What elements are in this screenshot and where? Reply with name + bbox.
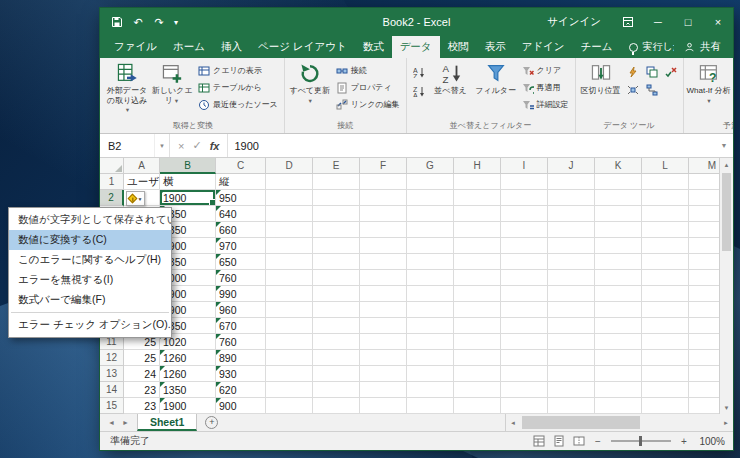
scroll-up-button[interactable]: ▲ bbox=[720, 158, 733, 171]
tab-add-ins[interactable]: アドイン bbox=[514, 36, 573, 58]
cell-K4[interactable] bbox=[595, 222, 642, 238]
scroll-left-button[interactable]: ◄ bbox=[506, 414, 520, 431]
row-header-13[interactable]: 13 bbox=[100, 366, 124, 382]
cell-G9[interactable] bbox=[407, 302, 454, 318]
tab-file[interactable]: ファイル bbox=[106, 36, 165, 58]
scroll-right-button[interactable]: ► bbox=[719, 414, 733, 431]
cell-H5[interactable] bbox=[454, 238, 501, 254]
select-all-corner[interactable] bbox=[100, 158, 124, 174]
cell-I9[interactable] bbox=[501, 302, 548, 318]
connections-button[interactable]: 接続 bbox=[333, 62, 403, 79]
cell-A15[interactable]: 23 bbox=[124, 398, 160, 414]
consolidate-button[interactable] bbox=[624, 81, 642, 98]
row-header-12[interactable]: 12 bbox=[100, 350, 124, 366]
vertical-scroll-track[interactable] bbox=[720, 171, 733, 401]
cell-E15[interactable] bbox=[313, 398, 360, 414]
cell-C11[interactable]: 760 bbox=[216, 334, 266, 350]
cell-F11[interactable] bbox=[360, 334, 407, 350]
cell-B2[interactable]: 1900 bbox=[160, 190, 216, 206]
name-box-dropdown-icon[interactable]: ▼ bbox=[154, 134, 169, 157]
cell-K10[interactable] bbox=[595, 318, 642, 334]
cell-B14[interactable]: 1350 bbox=[160, 382, 216, 398]
cell-E1[interactable] bbox=[313, 174, 360, 190]
cell-D14[interactable] bbox=[266, 382, 313, 398]
cell-F2[interactable] bbox=[360, 190, 407, 206]
cell-I3[interactable] bbox=[501, 206, 548, 222]
from-table-button[interactable]: テーブルから bbox=[195, 79, 281, 96]
tab-insert[interactable]: 挿入 bbox=[213, 36, 250, 58]
cell-L11[interactable] bbox=[642, 334, 689, 350]
column-header-M[interactable]: M bbox=[689, 158, 719, 174]
cell-G7[interactable] bbox=[407, 270, 454, 286]
cell-E13[interactable] bbox=[313, 366, 360, 382]
cell-E9[interactable] bbox=[313, 302, 360, 318]
cell-H1[interactable] bbox=[454, 174, 501, 190]
scroll-down-button[interactable]: ▼ bbox=[720, 401, 733, 414]
show-queries-button[interactable]: クエリの表示 bbox=[195, 62, 281, 79]
previous-sheet-button[interactable]: ◄ bbox=[108, 419, 115, 426]
vertical-scroll-thumb[interactable] bbox=[722, 173, 731, 251]
cell-E14[interactable] bbox=[313, 382, 360, 398]
save-button[interactable] bbox=[108, 13, 126, 31]
cell-C13[interactable]: 930 bbox=[216, 366, 266, 382]
sign-in-button[interactable]: サインイン bbox=[535, 8, 613, 36]
cell-C10[interactable]: 670 bbox=[216, 318, 266, 334]
cell-J3[interactable] bbox=[548, 206, 595, 222]
cell-M7[interactable] bbox=[689, 270, 719, 286]
redo-button[interactable]: ↷ bbox=[150, 13, 168, 31]
column-header-F[interactable]: F bbox=[360, 158, 407, 174]
sort-button[interactable]: AZ並べ替え bbox=[429, 60, 473, 119]
cell-J10[interactable] bbox=[548, 318, 595, 334]
properties-button[interactable]: プロパティ bbox=[333, 79, 403, 96]
cell-D4[interactable] bbox=[266, 222, 313, 238]
cell-G2[interactable] bbox=[407, 190, 454, 206]
cell-E11[interactable] bbox=[313, 334, 360, 350]
expand-formula-bar-button[interactable]: ▼ bbox=[715, 134, 733, 157]
row-header-15[interactable]: 15 bbox=[100, 398, 124, 414]
cell-F4[interactable] bbox=[360, 222, 407, 238]
cell-E8[interactable] bbox=[313, 286, 360, 302]
cell-I15[interactable] bbox=[501, 398, 548, 414]
cell-G15[interactable] bbox=[407, 398, 454, 414]
clear-button[interactable]: クリア bbox=[519, 62, 572, 79]
reapply-button[interactable]: 再適用 bbox=[519, 79, 572, 96]
cell-E6[interactable] bbox=[313, 254, 360, 270]
cell-J2[interactable] bbox=[548, 190, 595, 206]
text-to-columns-button[interactable]: 区切り位置 bbox=[579, 60, 623, 119]
cell-L6[interactable] bbox=[642, 254, 689, 270]
cell-H13[interactable] bbox=[454, 366, 501, 382]
cell-M8[interactable] bbox=[689, 286, 719, 302]
error-menu-item-2[interactable]: エラーを無視する(I) bbox=[9, 270, 171, 290]
share-button[interactable]: 共有 bbox=[674, 36, 733, 58]
relationships-button[interactable] bbox=[643, 81, 661, 98]
cell-M12[interactable] bbox=[689, 350, 719, 366]
cell-L3[interactable] bbox=[642, 206, 689, 222]
cell-F1[interactable] bbox=[360, 174, 407, 190]
cell-D12[interactable] bbox=[266, 350, 313, 366]
cell-C5[interactable]: 970 bbox=[216, 238, 266, 254]
cell-C8[interactable]: 990 bbox=[216, 286, 266, 302]
error-options-button[interactable]: ▼ bbox=[126, 191, 145, 206]
cell-F10[interactable] bbox=[360, 318, 407, 334]
cell-E4[interactable] bbox=[313, 222, 360, 238]
cell-D10[interactable] bbox=[266, 318, 313, 334]
cell-M6[interactable] bbox=[689, 254, 719, 270]
cell-H11[interactable] bbox=[454, 334, 501, 350]
cell-K14[interactable] bbox=[595, 382, 642, 398]
new-query-button[interactable]: 新しいクエリ▼ bbox=[150, 60, 194, 119]
cell-F14[interactable] bbox=[360, 382, 407, 398]
cell-B13[interactable]: 1260 bbox=[160, 366, 216, 382]
cell-G6[interactable] bbox=[407, 254, 454, 270]
cell-H12[interactable] bbox=[454, 350, 501, 366]
cell-A12[interactable]: 25 bbox=[124, 350, 160, 366]
cell-C14[interactable]: 620 bbox=[216, 382, 266, 398]
vertical-scrollbar[interactable]: ▲ ▼ bbox=[719, 158, 733, 414]
cell-E7[interactable] bbox=[313, 270, 360, 286]
column-header-D[interactable]: D bbox=[266, 158, 313, 174]
column-header-H[interactable]: H bbox=[454, 158, 501, 174]
sort-asc-button[interactable]: AZ bbox=[410, 63, 428, 80]
cell-D9[interactable] bbox=[266, 302, 313, 318]
cell-K9[interactable] bbox=[595, 302, 642, 318]
close-button[interactable]: × bbox=[703, 8, 733, 36]
cell-D13[interactable] bbox=[266, 366, 313, 382]
